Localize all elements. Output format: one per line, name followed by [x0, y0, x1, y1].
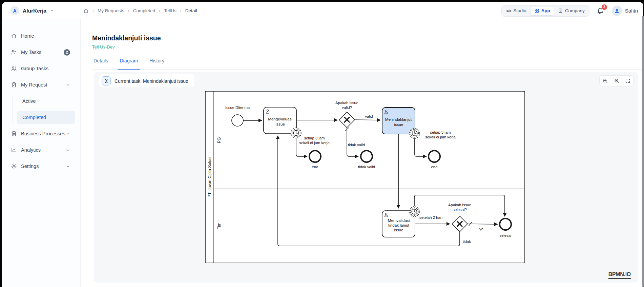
chevron-down-icon — [66, 164, 70, 169]
code-icon: </> — [506, 9, 511, 13]
company-button[interactable]: Company — [554, 6, 588, 16]
sidebar-item-analytics[interactable]: Analytics — [2, 143, 78, 157]
sidebar-label: Home — [21, 33, 34, 39]
chevron-down-icon — [66, 132, 70, 136]
app-window: A AlurKerja › My Requests › Completed › … — [0, 0, 644, 287]
diagram-zoom-controls — [599, 75, 633, 86]
brand-name: AlurKerja — [23, 8, 46, 14]
breadcrumb-item-my-requests[interactable]: My Requests — [98, 8, 124, 13]
sidebar-item-my-tasks[interactable]: My Tasks 2 — [2, 45, 78, 59]
people-icon — [11, 65, 17, 72]
chart-icon — [11, 147, 17, 153]
breadcrumb-item-completed[interactable]: Completed — [133, 8, 155, 13]
sidebar-label: Business Processes — [21, 131, 65, 136]
detail-tabs: Details Diagram History — [93, 56, 643, 70]
studio-label: Studio — [513, 8, 526, 13]
task-label-line: Menindaklanjuti — [385, 117, 413, 121]
task-label-line: Issue — [275, 122, 285, 126]
sidebar-label: Active — [22, 98, 36, 104]
lane-label-tim: Tim — [217, 223, 222, 229]
hourglass-icon — [102, 76, 111, 85]
bpmn-task-menindaklanjuti-issue-current[interactable]: Menindaklanjuti issue — [382, 108, 415, 134]
zoom-out-button[interactable] — [600, 76, 611, 86]
flow-gateway2-ya-to-selesai — [468, 224, 498, 224]
sidebar-item-home[interactable]: Home — [2, 29, 78, 43]
user-menu[interactable]: Safitri — [612, 6, 638, 16]
pool-label: PT. Javan Cipta Solusi — [207, 157, 212, 197]
sidebar-label: My Request — [21, 82, 47, 88]
flow-label-valid: valid — [365, 114, 373, 118]
gear-icon — [11, 163, 17, 169]
chevron-down-icon — [50, 8, 54, 13]
grid-icon — [534, 8, 539, 13]
my-tasks-count-badge: 2 — [64, 49, 70, 56]
breadcrumb-separator: › — [92, 8, 94, 13]
brand-logo: A — [10, 6, 19, 15]
sidebar-label: Settings — [21, 164, 39, 169]
sidebar-label: Analytics — [21, 147, 41, 153]
chevron-down-icon — [66, 148, 70, 152]
app-button[interactable]: App — [530, 6, 554, 16]
bpmn-end-event-selesai[interactable]: selesai — [499, 218, 511, 237]
gateway-label-line: valid? — [342, 106, 352, 110]
task-label-line: issue — [394, 122, 403, 127]
sidebar-label: Completed — [22, 115, 46, 120]
flow-gateway-valid-to-followup — [355, 120, 380, 120]
sidebar-item-group-tasks[interactable]: Group Tasks — [2, 62, 78, 75]
main-content: Menindaklanjuti issue Tell Us-Dev Detail… — [81, 19, 643, 287]
building-icon — [558, 8, 563, 13]
sidebar-item-business-processes[interactable]: Business Processes — [2, 127, 78, 140]
bpmn-boundary-timer-validate[interactable] — [409, 207, 419, 217]
sidebar-item-my-request[interactable]: My Request — [2, 78, 78, 92]
sidebar-subitem-active[interactable]: Active — [17, 94, 75, 108]
studio-button[interactable]: </> Studio — [502, 6, 530, 16]
task-label-line: issue — [394, 228, 403, 232]
breadcrumb-separator: › — [128, 8, 129, 13]
sidebar-item-settings[interactable]: Settings — [2, 159, 78, 173]
bpmn-boundary-timer-evaluate[interactable] — [291, 128, 301, 138]
task-label-line: tindak lanjut — [388, 223, 410, 227]
app-label: App — [541, 8, 550, 13]
person-icon — [614, 8, 620, 14]
timer-label-line: sekali di jam kerja — [425, 135, 456, 139]
task-label-line: Memvalidasi — [388, 218, 410, 223]
end-event-label: end — [431, 165, 438, 169]
timer-label-line: sekali di jam kerja — [299, 141, 330, 145]
notifications-button[interactable]: 3 — [596, 6, 605, 16]
page-title: Menindaklanjuti issue — [92, 34, 161, 42]
lane-label-pg: PG — [217, 137, 222, 143]
fullscreen-button[interactable] — [622, 76, 633, 86]
brand-menu[interactable]: A AlurKerja — [10, 2, 54, 19]
bpmn-io-watermark[interactable]: BPMN.iO — [608, 271, 631, 279]
gateway-label-line: Apakah issue — [335, 101, 358, 105]
tab-history[interactable]: History — [149, 56, 165, 69]
company-label: Company — [565, 8, 585, 13]
timer-label-line: setiap 3 jam — [304, 136, 325, 140]
gateway-label-line: selesai? — [453, 208, 466, 212]
zoom-in-button[interactable] — [611, 76, 622, 86]
flow-label-tidak-valid: tidak valid — [348, 143, 365, 147]
gateway-label-line: Apakah issue — [448, 203, 471, 207]
tab-diagram[interactable]: Diagram — [119, 56, 139, 69]
breadcrumb-item-tellus[interactable]: TellUs — [164, 8, 176, 13]
page-subtitle: Tell Us-Dev — [92, 44, 115, 50]
bpmn-boundary-timer-followup[interactable] — [410, 128, 420, 138]
my-request-submenu: Active Completed — [2, 94, 80, 124]
tab-details[interactable]: Details — [93, 56, 109, 69]
zoom-in-icon — [614, 78, 620, 84]
fullscreen-icon — [625, 78, 630, 83]
home-icon[interactable] — [83, 8, 89, 14]
submenu-guide-line — [13, 96, 13, 123]
breadcrumb-separator: › — [159, 8, 160, 13]
topbar: A AlurKerja › My Requests › Completed › … — [2, 2, 643, 19]
workspace-switcher: </> Studio App Company — [501, 5, 589, 17]
app-frame: A AlurKerja › My Requests › Completed › … — [2, 2, 643, 287]
end-event-label: selesai — [499, 233, 511, 237]
diagram-panel[interactable]: PT. Javan Cipta Solusi PG Tim — [94, 72, 638, 283]
clipboard-check-icon — [11, 82, 17, 88]
sidebar-subitem-completed[interactable]: Completed — [17, 111, 75, 124]
bpmn-canvas[interactable]: PT. Javan Cipta Solusi PG Tim — [94, 72, 638, 283]
home-icon — [11, 33, 17, 39]
bpmn-task-mengevaluasi-issue[interactable]: Mengevaluasi Issue — [264, 107, 296, 134]
page-scrollbar[interactable] — [642, 16, 644, 287]
